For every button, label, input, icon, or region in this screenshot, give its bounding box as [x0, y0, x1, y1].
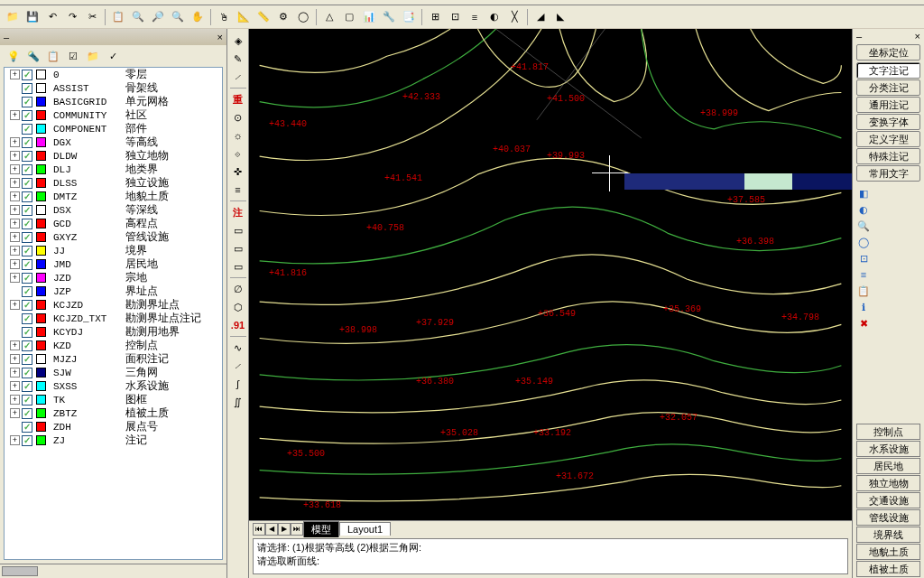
layer-row[interactable]: ✓JZP界址点	[5, 284, 222, 298]
toolcol-btn-14[interactable]: ⬡	[229, 299, 247, 315]
drawing-canvas[interactable]: 42.33341.81741.50038.99943.44041.54140.0…	[249, 29, 852, 520]
layer-checkbox[interactable]: ✓	[22, 368, 32, 378]
toolbar-btn-1[interactable]: 💾	[23, 8, 42, 26]
layer-row[interactable]: +✓SJW三角网	[5, 366, 222, 379]
panel-tb-3[interactable]: ☑	[65, 48, 81, 64]
toolcol-btn-12[interactable]: ▭	[229, 258, 247, 275]
toolbar-btn-0[interactable]: 📁	[4, 8, 22, 26]
toolbar-btn-6[interactable]: 🔍	[129, 8, 147, 26]
layer-color-swatch[interactable]	[36, 164, 46, 174]
layer-color-swatch[interactable]	[36, 70, 46, 79]
toolcol-btn-5[interactable]: ☼	[229, 127, 247, 144]
layer-checkbox[interactable]: ✓	[22, 246, 32, 256]
toolcol-btn-8[interactable]: ≡	[229, 182, 247, 198]
expand-icon[interactable]: +	[10, 395, 20, 405]
expand-icon[interactable]: +	[10, 178, 20, 188]
layer-row[interactable]: +✓KCJZD勘测界址点	[5, 298, 222, 312]
layer-row[interactable]: +✓DGX等高线	[5, 135, 222, 149]
layer-color-swatch[interactable]	[36, 286, 46, 296]
tab-prev-icon[interactable]: ◀	[265, 523, 278, 536]
right-icon-7[interactable]: ℹ	[856, 300, 871, 314]
layer-color-swatch[interactable]	[36, 232, 46, 242]
layer-checkbox[interactable]: ✓	[22, 205, 32, 216]
toolbar-btn-22[interactable]: ≡	[466, 8, 484, 26]
category-btn-1[interactable]: 水系设施	[856, 441, 920, 457]
layer-color-swatch[interactable]	[36, 246, 46, 256]
layer-color-swatch[interactable]	[36, 368, 46, 378]
panel-tb-5[interactable]: ✓	[105, 48, 121, 64]
layer-color-swatch[interactable]	[36, 83, 46, 93]
tab-layout1[interactable]: Layout1	[339, 522, 391, 536]
right-icon-4[interactable]: ⊡	[856, 251, 871, 266]
toolcol-btn-9[interactable]: 注	[229, 204, 247, 220]
toolbar-btn-10[interactable]: 🖱	[215, 8, 233, 26]
layer-color-swatch[interactable]	[36, 435, 46, 445]
layer-checkbox[interactable]: ✓	[22, 395, 32, 406]
toolcol-btn-0[interactable]: ◈	[229, 33, 247, 49]
layer-checkbox[interactable]: ✓	[22, 300, 32, 311]
right-icon-8[interactable]: ✖	[856, 316, 871, 331]
expand-icon[interactable]: +	[10, 151, 20, 161]
toolcol-btn-2[interactable]: ⟋	[229, 69, 247, 85]
layer-row[interactable]: +✓DMTZ地貌土质	[5, 190, 222, 203]
layer-checkbox[interactable]: ✓	[22, 137, 32, 148]
tab-model[interactable]: 模型	[303, 521, 339, 537]
toolbar-btn-21[interactable]: ⊡	[446, 8, 464, 26]
toolbar-btn-11[interactable]: 📐	[235, 8, 253, 26]
annot-btn-0[interactable]: 文字注记	[856, 62, 920, 79]
layer-row[interactable]: ✓BASICGRID单元网格	[5, 95, 222, 108]
annot-btn-2[interactable]: 通用注记	[856, 97, 920, 113]
toolcol-btn-13[interactable]: ∅	[229, 281, 247, 297]
layer-row[interactable]: +✓JZD宗地	[5, 271, 222, 284]
annot-btn-6[interactable]: 常用文字	[856, 165, 920, 182]
toolcol-btn-11[interactable]: ▭	[229, 240, 247, 256]
layer-row[interactable]: +✓DSX等深线	[5, 203, 222, 217]
toolbar-btn-23[interactable]: ◐	[485, 8, 504, 26]
layer-checkbox[interactable]: ✓	[22, 110, 32, 121]
toolbar-btn-25[interactable]: ◢	[531, 8, 550, 26]
layer-color-swatch[interactable]	[36, 354, 46, 364]
annot-btn-4[interactable]: 定义字型	[856, 131, 920, 147]
layer-checkbox[interactable]: ✓	[22, 327, 32, 338]
toolbar-btn-20[interactable]: ⊞	[426, 8, 444, 26]
toolcol-btn-4[interactable]: ⊙	[229, 109, 247, 126]
expand-icon[interactable]: +	[10, 137, 20, 147]
layer-color-swatch[interactable]	[36, 313, 46, 323]
layer-row[interactable]: +✓MJZJ面积注记	[5, 352, 222, 366]
layer-color-swatch[interactable]	[36, 110, 46, 120]
tab-next-icon[interactable]: ▶	[278, 523, 291, 536]
category-btn-5[interactable]: 管线设施	[856, 509, 920, 526]
layer-row[interactable]: +✓ZJ注记	[5, 434, 222, 447]
expand-icon[interactable]: +	[10, 273, 20, 283]
toolcol-btn-19[interactable]: ∬	[229, 394, 247, 410]
toolcol-btn-10[interactable]: ▭	[229, 222, 247, 238]
layer-checkbox[interactable]: ✓	[22, 340, 32, 351]
expand-icon[interactable]: +	[10, 191, 20, 201]
layer-row[interactable]: +✓JMD居民地	[5, 257, 222, 271]
right-icon-6[interactable]: 📋	[856, 284, 871, 298]
annot-btn-5[interactable]: 特殊注记	[856, 148, 920, 164]
toolbar-btn-15[interactable]: △	[320, 8, 338, 26]
right-icon-5[interactable]: ≡	[856, 267, 871, 282]
annot-btn-3[interactable]: 变换字体	[856, 114, 920, 130]
toolbar-btn-2[interactable]: ↶	[43, 8, 61, 26]
btn-coord-locate[interactable]: 坐标定位	[856, 44, 920, 61]
tab-first-icon[interactable]: ⏮	[253, 523, 265, 536]
annot-btn-1[interactable]: 分类注记	[856, 79, 920, 96]
toolcol-btn-6[interactable]: ⟐	[229, 145, 247, 162]
toolbar-btn-14[interactable]: ◯	[294, 8, 312, 26]
layer-checkbox[interactable]: ✓	[22, 83, 32, 94]
panel-header[interactable]: – ×	[0, 29, 226, 45]
expand-icon[interactable]: +	[10, 232, 20, 242]
layer-row[interactable]: +✓DLSS独立设施	[5, 176, 222, 190]
layer-checkbox[interactable]: ✓	[22, 178, 32, 189]
toolbar-btn-18[interactable]: 🔧	[380, 8, 398, 26]
layer-checkbox[interactable]: ✓	[22, 232, 32, 243]
category-btn-6[interactable]: 境界线	[856, 527, 920, 543]
expand-icon[interactable]: +	[10, 368, 20, 378]
panel-tb-2[interactable]: 📋	[45, 48, 61, 64]
expand-icon[interactable]: +	[10, 408, 20, 418]
layer-color-swatch[interactable]	[36, 395, 46, 405]
expand-icon[interactable]: +	[10, 164, 20, 174]
layer-color-swatch[interactable]	[36, 151, 46, 161]
